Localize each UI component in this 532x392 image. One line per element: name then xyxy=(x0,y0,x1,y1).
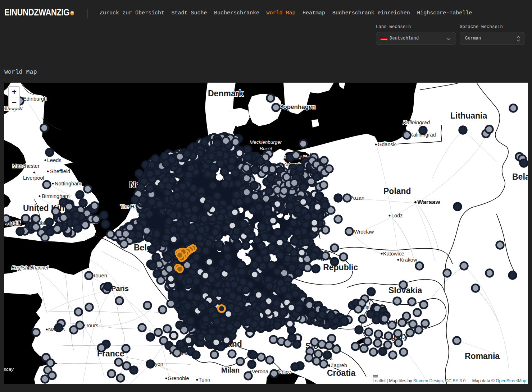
svg-text:Belarus: Belarus xyxy=(512,172,528,181)
svg-text:Liverpool: Liverpool xyxy=(23,175,44,181)
svg-text:Wroclaw: Wroclaw xyxy=(354,229,374,235)
svg-text:Romania: Romania xyxy=(465,351,500,361)
svg-text:Paris: Paris xyxy=(111,285,129,292)
svg-text:Manchester: Manchester xyxy=(12,163,40,169)
svg-text:Croatia: Croatia xyxy=(327,368,355,378)
svg-text:Lithuania: Lithuania xyxy=(450,111,487,120)
svg-text:Leeds: Leeds xyxy=(47,157,62,163)
svg-text:English Channel: English Channel xyxy=(12,265,49,271)
svg-text:scay: scay xyxy=(4,366,14,372)
svg-text:Mecklenburger: Mecklenburger xyxy=(250,139,282,145)
svg-text:Warsaw: Warsaw xyxy=(417,199,440,206)
svg-text:Edinburgh: Edinburgh xyxy=(23,96,47,102)
svg-text:Katowice: Katowice xyxy=(383,251,404,257)
svg-text:Sheffield: Sheffield xyxy=(50,169,70,174)
svg-text:Tours: Tours xyxy=(86,323,98,328)
svg-text:Gdansk: Gdansk xyxy=(378,142,396,147)
svg-text:Nottingham: Nottingham xyxy=(55,181,81,186)
svg-text:Denmark: Denmark xyxy=(208,89,244,98)
svg-text:Verona: Verona xyxy=(252,369,269,374)
svg-text:Poland: Poland xyxy=(383,186,411,196)
svg-text:Turin: Turin xyxy=(199,377,210,383)
svg-text:Grenoble: Grenoble xyxy=(168,375,189,381)
svg-text:Lodz: Lodz xyxy=(391,213,403,218)
svg-text:Pozan: Pozan xyxy=(350,195,364,201)
svg-text:Zagreb: Zagreb xyxy=(331,363,347,368)
svg-text:Kaliningrad: Kaliningrad xyxy=(403,119,430,125)
svg-text:Copenhagen: Copenhagen xyxy=(279,103,316,110)
svg-text:Rouen: Rouen xyxy=(92,273,107,278)
svg-text:Milan: Milan xyxy=(221,366,240,374)
svg-text:Krakow: Krakow xyxy=(400,257,417,263)
